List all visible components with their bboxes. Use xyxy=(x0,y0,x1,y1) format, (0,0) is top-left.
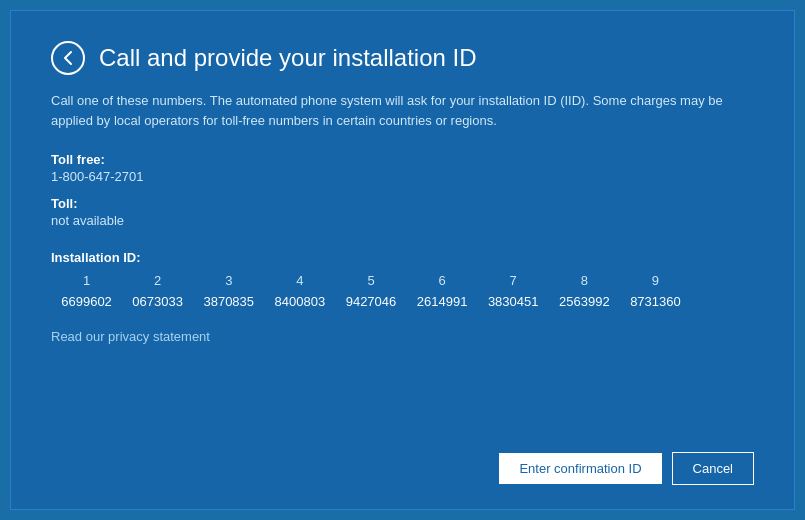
id-col-val-1: 6699602 xyxy=(51,294,122,309)
id-col-val-3: 3870835 xyxy=(193,294,264,309)
page-title: Call and provide your installation ID xyxy=(99,44,477,73)
id-col-val-8: 2563992 xyxy=(549,294,620,309)
id-col-num-8: 8 xyxy=(549,273,620,290)
id-col-num-4: 4 xyxy=(264,273,335,290)
id-col-num-7: 7 xyxy=(478,273,549,290)
id-col-num-2: 2 xyxy=(122,273,193,290)
id-col-num-1: 1 xyxy=(51,273,122,290)
toll-label: Toll: xyxy=(51,196,754,211)
id-col-num-6: 6 xyxy=(407,273,478,290)
id-col-val-4: 8400803 xyxy=(264,294,335,309)
toll-section: Toll: not available xyxy=(51,196,754,228)
cancel-button[interactable]: Cancel xyxy=(672,452,754,485)
description-text: Call one of these numbers. The automated… xyxy=(51,91,731,130)
back-button[interactable] xyxy=(51,41,85,75)
enter-confirmation-button[interactable]: Enter confirmation ID xyxy=(499,453,661,484)
installation-id-grid: 1234567896699602067303338708358400803942… xyxy=(51,273,691,309)
installation-id-label: Installation ID: xyxy=(51,250,754,265)
main-window: Call and provide your installation ID Ca… xyxy=(10,10,795,510)
toll-value: not available xyxy=(51,213,754,228)
toll-free-value: 1-800-647-2701 xyxy=(51,169,754,184)
privacy-link[interactable]: Read our privacy statement xyxy=(51,329,754,344)
id-col-val-7: 3830451 xyxy=(478,294,549,309)
id-col-val-9: 8731360 xyxy=(620,294,691,309)
id-col-num-3: 3 xyxy=(193,273,264,290)
id-col-num-5: 5 xyxy=(335,273,406,290)
id-col-val-5: 9427046 xyxy=(335,294,406,309)
back-arrow-icon xyxy=(60,50,76,66)
installation-id-section: Installation ID: 12345678966996020673033… xyxy=(51,250,754,309)
footer: Enter confirmation ID Cancel xyxy=(51,452,754,485)
header: Call and provide your installation ID xyxy=(51,41,754,75)
id-col-val-2: 0673033 xyxy=(122,294,193,309)
id-col-val-6: 2614991 xyxy=(407,294,478,309)
toll-free-label: Toll free: xyxy=(51,152,754,167)
toll-free-section: Toll free: 1-800-647-2701 xyxy=(51,152,754,184)
id-col-num-9: 9 xyxy=(620,273,691,290)
